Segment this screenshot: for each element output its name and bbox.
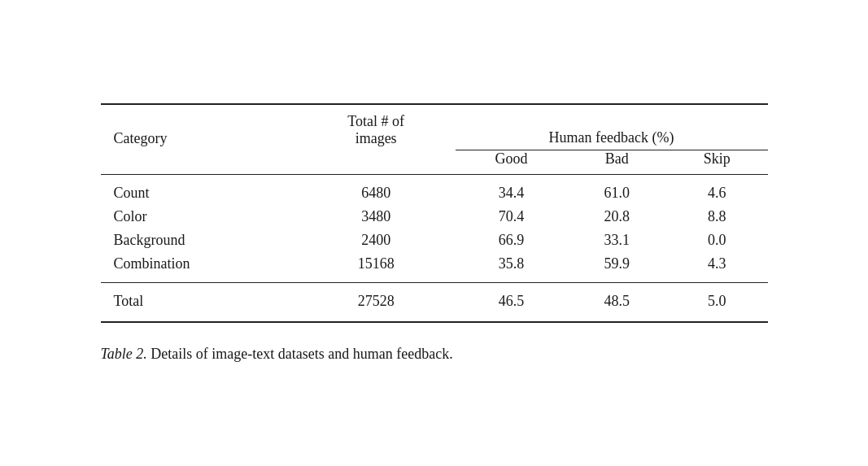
total-good-cell: 46.5: [456, 283, 568, 323]
total-skip-cell: 5.0: [666, 283, 768, 323]
table-row: Count 6480 34.4 61.0 4.6: [101, 175, 768, 206]
subheader-row: Good Bad Skip: [101, 150, 768, 175]
good-cell: 66.9: [456, 229, 568, 252]
category-cell: Count: [101, 175, 297, 206]
total-row: Total 27528 46.5 48.5 5.0: [101, 283, 768, 323]
main-container: Category Total # of images Human feedbac…: [68, 87, 800, 380]
skip-cell: 8.8: [666, 205, 768, 229]
bad-cell: 33.1: [567, 229, 666, 252]
good-cell: 70.4: [456, 205, 568, 229]
bad-cell: 59.9: [567, 252, 666, 283]
category-header: Category: [101, 104, 297, 150]
total-total-cell: 27528: [297, 283, 456, 323]
skip-cell: 4.6: [666, 175, 768, 206]
category-cell: Color: [101, 205, 297, 229]
table-row: Color 3480 70.4 20.8 8.8: [101, 205, 768, 229]
table-row: Background 2400 66.9 33.1 0.0: [101, 229, 768, 252]
total-images-header: Total # of images: [297, 104, 456, 150]
human-feedback-header: Human feedback (%): [456, 104, 768, 150]
total-cell: 2400: [297, 229, 456, 252]
bad-cell: 20.8: [567, 205, 666, 229]
good-cell: 35.8: [456, 252, 568, 283]
bad-header: Bad: [567, 150, 666, 175]
total-cell: 15168: [297, 252, 456, 283]
empty-header-2: [297, 150, 456, 175]
category-cell: Background: [101, 229, 297, 252]
empty-header-1: [101, 150, 297, 175]
bad-cell: 61.0: [567, 175, 666, 206]
data-table: Category Total # of images Human feedbac…: [101, 103, 768, 324]
good-cell: 34.4: [456, 175, 568, 206]
total-bad-cell: 48.5: [567, 283, 666, 323]
total-cell: 6480: [297, 175, 456, 206]
table-caption: Table 2. Details of image-text datasets …: [101, 346, 768, 363]
skip-cell: 4.3: [666, 252, 768, 283]
caption-italic: Table 2.: [101, 346, 147, 362]
skip-header: Skip: [666, 150, 768, 175]
good-header: Good: [456, 150, 568, 175]
total-cell: 3480: [297, 205, 456, 229]
total-category-cell: Total: [101, 283, 297, 323]
table-row: Combination 15168 35.8 59.9 4.3: [101, 252, 768, 283]
skip-cell: 0.0: [666, 229, 768, 252]
category-cell: Combination: [101, 252, 297, 283]
top-border-row: Category Total # of images Human feedbac…: [101, 104, 768, 150]
caption-normal: Details of image-text datasets and human…: [147, 346, 453, 362]
